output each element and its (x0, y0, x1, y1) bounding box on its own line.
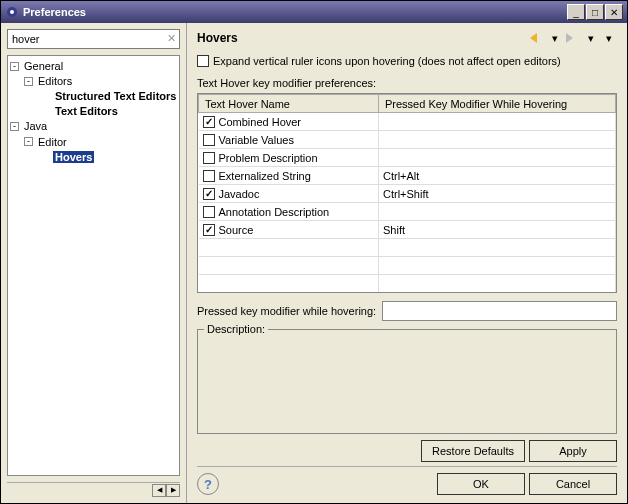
table-label: Text Hover key modifier preferences: (197, 75, 617, 93)
table-row (199, 275, 616, 293)
page-title: Hovers (197, 31, 529, 45)
tree-expander-icon[interactable]: - (10, 122, 19, 131)
left-panel: ✕ -General-EditorsStructured Text Editor… (1, 23, 187, 503)
description-label: Description: (204, 323, 268, 335)
expand-ruler-checkbox[interactable]: Expand vertical ruler icons upon hoverin… (197, 55, 617, 67)
row-checkbox[interactable] (203, 224, 215, 236)
table-row[interactable]: SourceShift (199, 221, 616, 239)
row-modifier (379, 131, 616, 149)
back-icon[interactable] (529, 31, 545, 45)
row-name: Source (219, 224, 254, 236)
row-modifier: Ctrl+Alt (379, 167, 616, 185)
row-checkbox[interactable] (203, 170, 215, 182)
horizontal-scrollbar[interactable]: ◀ ▶ (7, 482, 180, 497)
table-row (199, 239, 616, 257)
app-icon (5, 5, 19, 19)
scroll-left-icon[interactable]: ◀ (152, 484, 166, 497)
tree-node[interactable]: Text Editors (10, 103, 177, 118)
restore-defaults-button[interactable]: Restore Defaults (421, 440, 525, 462)
tree-label[interactable]: Hovers (53, 151, 94, 163)
row-name: Javadoc (219, 188, 260, 200)
row-modifier (379, 203, 616, 221)
preferences-tree[interactable]: -General-EditorsStructured Text EditorsT… (7, 55, 180, 476)
svg-point-1 (10, 10, 14, 14)
right-panel: Hovers ▾ ▾ ▾ Expand vertical ruler icons… (187, 23, 627, 503)
scroll-right-icon[interactable]: ▶ (166, 484, 180, 497)
tree-label[interactable]: Editors (36, 75, 74, 87)
table-row[interactable]: Variable Values (199, 131, 616, 149)
view-menu-icon[interactable]: ▾ (601, 31, 617, 45)
tree-label[interactable]: Structured Text Editors (53, 90, 178, 102)
row-name: Externalized String (219, 170, 311, 182)
apply-button[interactable]: Apply (529, 440, 617, 462)
table-row[interactable]: Externalized StringCtrl+Alt (199, 167, 616, 185)
clear-filter-icon[interactable]: ✕ (167, 32, 176, 45)
row-modifier (379, 149, 616, 167)
table-row[interactable]: Combined Hover (199, 113, 616, 131)
window-title: Preferences (23, 6, 567, 18)
tree-label[interactable]: Text Editors (53, 105, 120, 117)
row-checkbox[interactable] (203, 206, 215, 218)
tree-node[interactable]: -Java (10, 118, 177, 133)
row-modifier (379, 113, 616, 131)
row-checkbox[interactable] (203, 134, 215, 146)
hover-table[interactable]: Text Hover Name Pressed Key Modifier Whi… (197, 93, 617, 293)
row-checkbox[interactable] (203, 152, 215, 164)
minimize-button[interactable]: _ (567, 4, 585, 20)
forward-icon[interactable] (565, 31, 581, 45)
filter-input[interactable] (7, 29, 180, 49)
row-modifier: Shift (379, 221, 616, 239)
row-modifier: Ctrl+Shift (379, 185, 616, 203)
tree-node[interactable]: -Editors (10, 73, 177, 88)
checkbox-icon (197, 55, 209, 67)
row-name: Combined Hover (219, 116, 302, 128)
cancel-button[interactable]: Cancel (529, 473, 617, 495)
tree-label[interactable]: Java (22, 120, 49, 132)
tree-label[interactable]: Editor (36, 136, 69, 148)
close-button[interactable]: ✕ (605, 4, 623, 20)
row-checkbox[interactable] (203, 116, 215, 128)
tree-label[interactable]: General (22, 60, 65, 72)
column-header-modifier[interactable]: Pressed Key Modifier While Hovering (379, 95, 616, 113)
maximize-button[interactable]: □ (586, 4, 604, 20)
help-icon[interactable]: ? (197, 473, 219, 495)
tree-expander-icon[interactable]: - (10, 62, 19, 71)
modifier-input[interactable] (382, 301, 617, 321)
table-row (199, 257, 616, 275)
description-group: Description: (197, 329, 617, 434)
table-row[interactable]: JavadocCtrl+Shift (199, 185, 616, 203)
modifier-field-label: Pressed key modifier while hovering: (197, 305, 376, 317)
row-name: Annotation Description (219, 206, 330, 218)
row-name: Variable Values (219, 134, 294, 146)
back-menu-icon[interactable]: ▾ (547, 31, 563, 45)
tree-node[interactable]: Hovers (10, 149, 177, 164)
column-header-name[interactable]: Text Hover Name (199, 95, 379, 113)
tree-node[interactable]: Structured Text Editors (10, 88, 177, 103)
tree-expander-icon[interactable]: - (24, 77, 33, 86)
row-name: Problem Description (219, 152, 318, 164)
titlebar: Preferences _ □ ✕ (1, 1, 627, 23)
row-checkbox[interactable] (203, 188, 215, 200)
tree-node[interactable]: -Editor (10, 133, 177, 148)
tree-expander-icon[interactable]: - (24, 137, 33, 146)
table-row[interactable]: Problem Description (199, 149, 616, 167)
table-row[interactable]: Annotation Description (199, 203, 616, 221)
tree-node[interactable]: -General (10, 58, 177, 73)
forward-menu-icon[interactable]: ▾ (583, 31, 599, 45)
ok-button[interactable]: OK (437, 473, 525, 495)
expand-ruler-label: Expand vertical ruler icons upon hoverin… (213, 55, 561, 67)
